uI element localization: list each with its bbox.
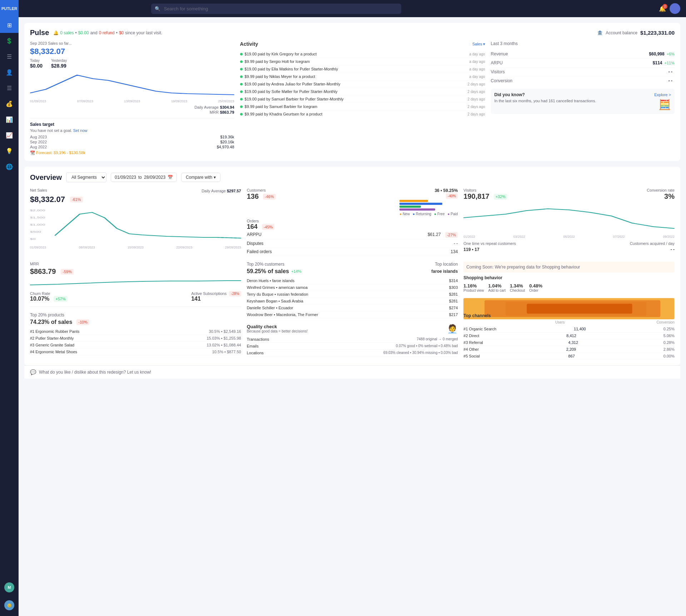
activity-dot <box>240 113 243 115</box>
orders-row: Orders 164 -45% <box>247 219 458 231</box>
activity-time: a day ago <box>469 60 485 64</box>
search-input[interactable] <box>151 4 401 14</box>
set-now-button[interactable]: Set now <box>73 128 88 133</box>
sidebar-user-emoji[interactable]: 😊 <box>0 597 19 613</box>
notification-badge: 2 <box>662 4 667 9</box>
quality-row: Transactions 7488 original → 0 merged <box>247 336 458 343</box>
channel-conv: 5.06% <box>663 334 675 338</box>
customer-value: $274 <box>449 306 458 310</box>
visitors-card: Visitors 190,817 +32% Conversion rate 3% <box>463 188 675 256</box>
mrr-value: $863.79 <box>30 267 56 276</box>
mrr-line-chart <box>30 278 241 289</box>
activity-item: $19.00 paid by Andrea Juliao for Putler … <box>240 80 485 88</box>
customer-row: Keyshawn Bogan • Saudi Arabia $281 <box>247 298 458 305</box>
compare-with-button[interactable]: Compare with ▾ <box>181 173 220 182</box>
topbar-user-avatar[interactable] <box>670 3 680 14</box>
overview-section: Overview All Segments 01/09/2023 to 28/0… <box>24 167 680 365</box>
sales-card: Sep 2023 Sales so far... $8,332.07 Today… <box>30 41 234 155</box>
customer-name: Keyshawn Bogan • Saudi Arabia <box>247 299 303 303</box>
churn-row: Churn Rate 10.07% +57% Active Subscripti… <box>30 291 241 302</box>
top-customers-pct: 59.25% of sales <box>247 268 289 275</box>
funnel-label: Order <box>529 289 542 292</box>
channel-conv: 0.00% <box>663 354 675 358</box>
sidebar-item-dashboard[interactable]: ⊞ <box>0 17 19 33</box>
sidebar-item-trends[interactable]: 📈 <box>0 127 19 143</box>
sidebar-item-subscriptions[interactable]: 💰 <box>0 96 19 112</box>
visitors-chart <box>463 203 675 232</box>
customers-legend: ● New ● Returning ● Free ● Paid <box>399 212 458 216</box>
sidebar-item-orders[interactable]: ☰ <box>0 49 19 64</box>
activity-text: $19.00 paid by Andrea Juliao for Putler … <box>245 82 465 86</box>
bullet2: • <box>116 30 118 35</box>
customer-row: Woodrow Beer • Macedonia, The Former $21… <box>247 311 458 318</box>
mrr-card: MRR $863.79 -59% <box>30 262 241 307</box>
dyk-explore-link[interactable]: Explore > <box>654 93 671 97</box>
daily-avg-overview-value: $297.57 <box>227 189 241 193</box>
quality-subtitle: Because good data = better decisions! <box>247 329 308 333</box>
channel-users: 11,400 <box>574 327 586 331</box>
sidebar-item-analytics[interactable]: 📊 <box>0 112 19 127</box>
arppu-badge: -27% <box>445 232 458 238</box>
failed-orders-row: Failed orders 134 <box>247 248 458 256</box>
quality-value: 7488 original → 0 merged <box>417 337 458 341</box>
last3-row: ARPU $114 +11% <box>491 59 675 68</box>
activity-filter[interactable]: Sales ▾ <box>472 42 485 46</box>
activity-time: 2 days ago <box>468 112 485 116</box>
subscriptions-icon: 💰 <box>6 100 13 107</box>
chart-label-1: 01/09/2023 <box>30 99 46 103</box>
top-location-label: Top location <box>435 262 458 267</box>
funnel-pct: 1.04% <box>488 283 506 289</box>
daily-avg-label: Daily Average <box>194 105 219 109</box>
sidebar-user-m[interactable]: M <box>0 580 19 595</box>
product-row: #3 Generic Granite Salad 13.02% • $1,088… <box>30 342 241 349</box>
segment-select[interactable]: All Segments <box>66 172 106 182</box>
date-to-label: to <box>138 175 142 180</box>
sidebar-item-global[interactable]: 🌐 <box>0 159 19 174</box>
last3-label: Conversion <box>491 78 513 83</box>
chart-label-3: 13/09/2023 <box>124 99 140 103</box>
since-label: since your last visit. <box>125 30 162 35</box>
sidebar-item-sales[interactable]: 💲 <box>0 33 19 49</box>
last3-change: +11% <box>665 61 675 65</box>
topbar-right: 🔔 2 <box>659 3 680 14</box>
col-conversion: Conversion <box>656 320 675 324</box>
activity-text: $19.00 paid by Kirk Gregory for a produc… <box>245 52 467 56</box>
arppu-value: $61.27 <box>428 232 441 238</box>
channel-row: #5 Social 867 0.00% <box>463 353 675 360</box>
sales-icon: 💲 <box>6 38 13 44</box>
sidebar-item-insights[interactable]: 💡 <box>0 143 19 159</box>
product-row: #2 Putler Starter-Monthly 15.03% • $1,25… <box>30 335 241 342</box>
product-stats: 10.5% • $877.50 <box>212 350 241 354</box>
activity-time: 2 days ago <box>468 105 485 109</box>
channel-row: #1 Organic Search 11,400 0.25% <box>463 326 675 332</box>
target-date-2: Sep 2022 <box>30 140 47 144</box>
activity-dot <box>240 68 243 70</box>
product-name: #3 Generic Granite Salad <box>30 343 74 347</box>
funnel-label: Checkout <box>510 289 525 292</box>
activity-card: Activity Sales ▾ $19.00 paid by Kirk Gre… <box>240 41 485 155</box>
channel-row: #3 Referral 4,312 0.28% <box>463 339 675 346</box>
customer-name: Terry du Buque • russian federation <box>247 292 308 296</box>
churn-badge: +57% <box>54 296 67 302</box>
customer-row: Terry du Buque • russian federation $281 <box>247 291 458 298</box>
customer-value: $314 <box>449 279 458 283</box>
product-stats: 13.02% • $1,088.44 <box>207 343 241 347</box>
activity-item: $19.00 paid by Sofie Møller for Putler S… <box>240 88 485 95</box>
target-row-3: Aug 2022 $4,970.48 <box>30 145 234 149</box>
sales-target: Sales target You have not set a goal. Se… <box>30 118 234 155</box>
customer-row: Danielle Schiller • Ecuador $274 <box>247 305 458 311</box>
notification-button[interactable]: 🔔 2 <box>659 5 666 12</box>
last3-row: Revenue $60,998 +6% <box>491 50 675 59</box>
channel-conv: 2.86% <box>663 347 675 351</box>
quality-row: Locations 69.03% cleaned • 30.94% missin… <box>247 350 458 356</box>
customers-list: Deron Huels • faroe islands $314 Winifre… <box>247 277 458 318</box>
date-range-picker[interactable]: 01/09/2023 to 28/09/2023 📅 <box>111 173 177 182</box>
quality-header: Quality check Because good data = better… <box>247 324 458 334</box>
sidebar-item-customers[interactable]: 👤 <box>0 64 19 80</box>
account-balance-label: Account balance <box>606 30 637 35</box>
channel-users: 4,312 <box>568 340 578 345</box>
customer-value: $217 <box>449 312 458 317</box>
legend-paid: ● Paid <box>447 212 458 216</box>
customer-value: $281 <box>449 292 458 296</box>
sidebar-item-reports[interactable]: ☰ <box>0 80 19 96</box>
